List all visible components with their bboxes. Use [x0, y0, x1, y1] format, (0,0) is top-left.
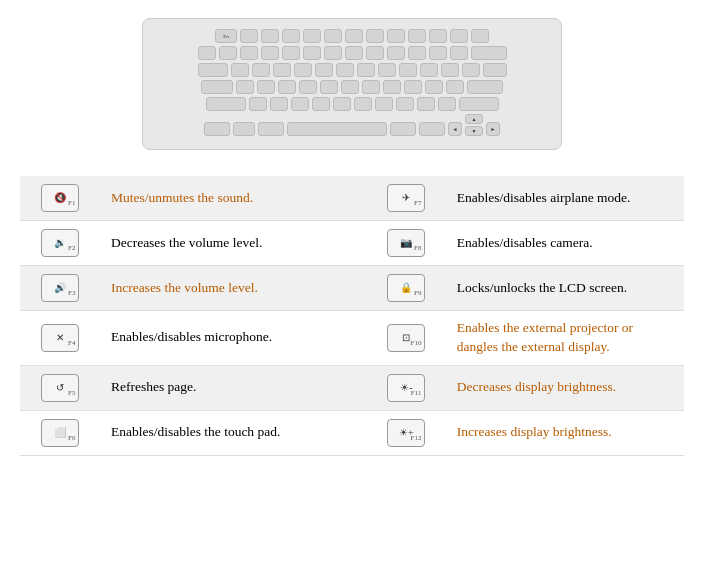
key-f12 — [471, 29, 489, 43]
key-num: F10 — [410, 339, 421, 349]
key-k — [383, 80, 401, 94]
key-symbol: ✕ — [56, 333, 64, 343]
key-u — [357, 63, 375, 77]
key-icon: 🔉 F2 — [41, 229, 79, 257]
key-a — [236, 80, 254, 94]
table-row: ↺ F5 Refreshes page. ☀- F11 Decreases di… — [20, 365, 684, 410]
key-c — [291, 97, 309, 111]
right-desc-cell: Enables/disables airplane mode. — [447, 176, 684, 221]
col-divider — [338, 311, 366, 366]
left-desc-cell: Refreshes page. — [101, 365, 338, 410]
key-d — [278, 80, 296, 94]
key-backslash — [483, 63, 507, 77]
right-icon-cell: ✈ F7 — [366, 176, 447, 221]
key-num: F12 — [410, 434, 421, 444]
left-desc-cell: Mutes/unmutes the sound. — [101, 176, 338, 221]
key-f5 — [324, 29, 342, 43]
key-i — [378, 63, 396, 77]
key-icon: ✕ F4 — [41, 324, 79, 352]
key-icon: ⊡ F10 — [387, 324, 425, 352]
right-desc-cell: Enables the external projector or dangle… — [447, 311, 684, 366]
key-fn: Fn — [215, 29, 237, 43]
left-icon-cell: 🔇 F1 — [20, 176, 101, 221]
key-icon: ✈ F7 — [387, 184, 425, 212]
key-p — [420, 63, 438, 77]
key-bracket-r — [462, 63, 480, 77]
left-desc-cell: Enables/disables microphone. — [101, 311, 338, 366]
key-4 — [282, 46, 300, 60]
key-shift-left — [206, 97, 246, 111]
key-num: F1 — [68, 199, 75, 209]
key-t — [315, 63, 333, 77]
key-num: F3 — [68, 289, 75, 299]
key-backspace — [471, 46, 507, 60]
right-desc-cell: Increases display brightness. — [447, 410, 684, 455]
key-j — [362, 80, 380, 94]
right-desc-cell: Decreases display brightness. — [447, 365, 684, 410]
table-row: 🔉 F2 Decreases the volume level. 📷 F8 En… — [20, 221, 684, 266]
key-num: F7 — [414, 199, 421, 209]
key-e — [273, 63, 291, 77]
key-ctrl-right — [419, 122, 445, 136]
left-desc-cell: Decreases the volume level. — [101, 221, 338, 266]
left-icon-cell: ⬜ F6 — [20, 410, 101, 455]
key-9 — [387, 46, 405, 60]
left-icon-cell: 🔊 F3 — [20, 266, 101, 311]
key-h — [341, 80, 359, 94]
key-semicolon — [425, 80, 443, 94]
key-icon: 🔇 F1 — [41, 184, 79, 212]
key-shift-right — [459, 97, 499, 111]
key-7 — [345, 46, 363, 60]
key-f3 — [282, 29, 300, 43]
key-m — [375, 97, 393, 111]
key-equals — [450, 46, 468, 60]
key-b — [333, 97, 351, 111]
key-5 — [303, 46, 321, 60]
key-arrow-right: ► — [486, 122, 500, 136]
key-f — [299, 80, 317, 94]
key-period — [417, 97, 435, 111]
left-desc-cell: Increases the volume level. — [101, 266, 338, 311]
key-l — [404, 80, 422, 94]
key-q — [231, 63, 249, 77]
key-f1 — [240, 29, 258, 43]
key-2 — [240, 46, 258, 60]
key-alt-left — [258, 122, 284, 136]
shortcut-table: 🔇 F1 Mutes/unmutes the sound. ✈ F7 Enabl… — [20, 176, 684, 456]
key-num: F4 — [68, 339, 75, 349]
key-1 — [219, 46, 237, 60]
keyboard-image: Fn — [142, 18, 562, 150]
key-symbol: 🔉 — [54, 238, 66, 248]
table-row: 🔊 F3 Increases the volume level. 🔒 F9 Lo… — [20, 266, 684, 311]
key-f2 — [261, 29, 279, 43]
key-f10 — [429, 29, 447, 43]
key-f11 — [450, 29, 468, 43]
right-icon-cell: 🔒 F9 — [366, 266, 447, 311]
key-icon: ☀- F11 — [387, 374, 425, 402]
key-arrow-up: ▲ — [465, 114, 483, 124]
key-0 — [408, 46, 426, 60]
key-icon: 🔒 F9 — [387, 274, 425, 302]
key-symbol: 📷 — [400, 238, 412, 248]
key-f8 — [387, 29, 405, 43]
key-o — [399, 63, 417, 77]
key-num: F8 — [414, 244, 421, 254]
key-z — [249, 97, 267, 111]
key-bracket-l — [441, 63, 459, 77]
key-w — [252, 63, 270, 77]
key-num: F5 — [68, 389, 75, 399]
key-icon: 🔊 F3 — [41, 274, 79, 302]
key-icon: 📷 F8 — [387, 229, 425, 257]
key-f4 — [303, 29, 321, 43]
key-y — [336, 63, 354, 77]
key-symbol: ↺ — [56, 383, 64, 393]
key-arrow-down: ▼ — [465, 126, 483, 136]
key-icon: ⬜ F6 — [41, 419, 79, 447]
key-space — [287, 122, 387, 136]
table-row: 🔇 F1 Mutes/unmutes the sound. ✈ F7 Enabl… — [20, 176, 684, 221]
key-g — [320, 80, 338, 94]
key-6 — [324, 46, 342, 60]
key-minus — [429, 46, 447, 60]
key-3 — [261, 46, 279, 60]
right-desc-cell: Enables/disables camera. — [447, 221, 684, 266]
